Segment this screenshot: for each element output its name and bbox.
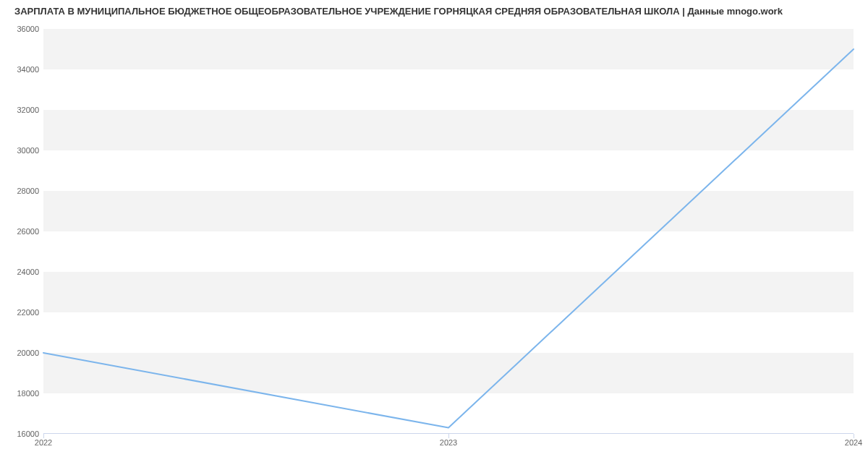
x-tick-label: 2024 xyxy=(845,438,862,447)
chart-container: ЗАРПЛАТА В МУНИЦИПАЛЬНОЕ БЮДЖЕТНОЕ ОБЩЕО… xyxy=(0,0,868,470)
y-tick-label: 18000 xyxy=(17,389,39,398)
line-series-layer xyxy=(43,29,854,434)
y-tick-label: 28000 xyxy=(17,187,39,195)
x-tick-label: 2022 xyxy=(35,438,52,447)
x-tick-label: 2023 xyxy=(440,438,457,447)
y-tick-label: 36000 xyxy=(17,25,39,33)
y-tick-label: 30000 xyxy=(17,146,39,155)
plot-area: 16000 18000 20000 22000 24000 26000 2800… xyxy=(43,29,854,434)
y-tick-label: 34000 xyxy=(17,65,39,74)
y-tick-label: 16000 xyxy=(17,430,39,438)
y-tick-label: 22000 xyxy=(17,308,39,317)
y-tick-label: 26000 xyxy=(17,227,39,236)
y-tick-label: 24000 xyxy=(17,268,39,276)
y-tick-label: 20000 xyxy=(17,349,39,357)
y-tick-label: 32000 xyxy=(17,106,39,114)
chart-title: ЗАРПЛАТА В МУНИЦИПАЛЬНОЕ БЮДЖЕТНОЕ ОБЩЕО… xyxy=(0,6,868,17)
series-line xyxy=(43,49,854,428)
